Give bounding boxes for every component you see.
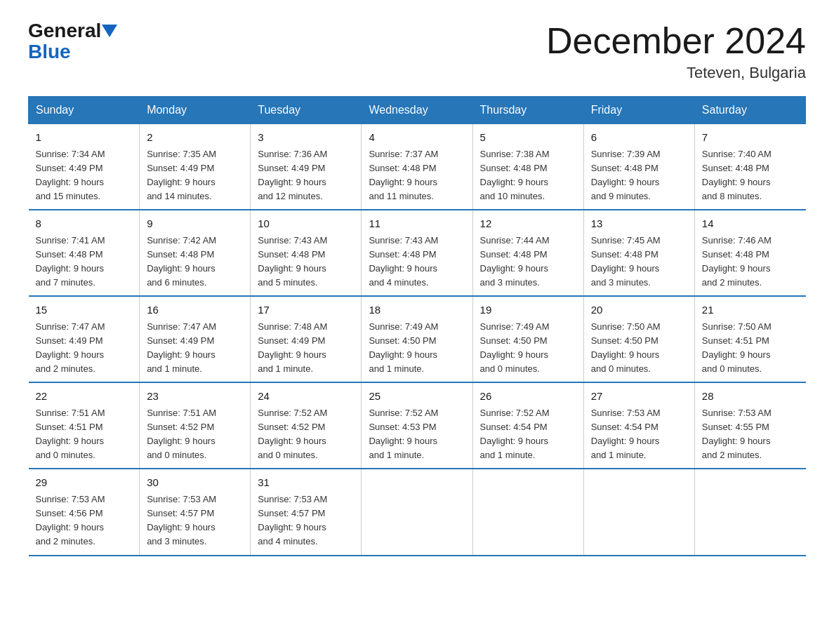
calendar-cell xyxy=(583,469,694,555)
calendar-cell: 26 Sunrise: 7:52 AMSunset: 4:54 PMDaylig… xyxy=(472,382,583,469)
day-info: Sunrise: 7:35 AMSunset: 4:49 PMDaylight:… xyxy=(147,147,243,204)
title-block: December 2024 Teteven, Bulgaria xyxy=(546,21,806,82)
calendar-cell: 20 Sunrise: 7:50 AMSunset: 4:50 PMDaylig… xyxy=(583,296,694,382)
calendar-cell: 27 Sunrise: 7:53 AMSunset: 4:54 PMDaylig… xyxy=(583,382,694,469)
calendar-cell: 9 Sunrise: 7:42 AMSunset: 4:48 PMDayligh… xyxy=(140,210,251,296)
day-info: Sunrise: 7:36 AMSunset: 4:49 PMDaylight:… xyxy=(258,147,354,204)
day-number: 16 xyxy=(147,302,243,318)
day-number: 23 xyxy=(147,389,243,405)
calendar-table: SundayMondayTuesdayWednesdayThursdayFrid… xyxy=(28,96,806,556)
day-number: 15 xyxy=(36,302,133,318)
page-header: General Blue December 2024 Teteven, Bulg… xyxy=(28,21,806,82)
calendar-cell: 11 Sunrise: 7:43 AMSunset: 4:48 PMDaylig… xyxy=(362,210,472,296)
weekday-header-wednesday: Wednesday xyxy=(362,97,472,124)
day-info: Sunrise: 7:43 AMSunset: 4:48 PMDaylight:… xyxy=(258,234,354,290)
weekday-header-sunday: Sunday xyxy=(29,97,140,124)
day-info: Sunrise: 7:45 AMSunset: 4:48 PMDaylight:… xyxy=(591,234,687,290)
calendar-cell: 28 Sunrise: 7:53 AMSunset: 4:55 PMDaylig… xyxy=(694,382,805,469)
day-number: 31 xyxy=(258,475,354,491)
day-number: 28 xyxy=(702,389,799,405)
day-number: 11 xyxy=(369,216,465,232)
logo-blue-text: Blue xyxy=(28,41,71,62)
calendar-cell: 4 Sunrise: 7:37 AMSunset: 4:48 PMDayligh… xyxy=(362,124,472,210)
calendar-cell: 21 Sunrise: 7:50 AMSunset: 4:51 PMDaylig… xyxy=(694,296,805,382)
location-subtitle: Teteven, Bulgaria xyxy=(546,64,806,82)
calendar-cell: 3 Sunrise: 7:36 AMSunset: 4:49 PMDayligh… xyxy=(251,124,362,210)
weekday-header-thursday: Thursday xyxy=(472,97,583,124)
day-number: 6 xyxy=(591,130,687,146)
day-number: 21 xyxy=(702,302,799,318)
logo: General Blue xyxy=(28,21,117,63)
day-number: 14 xyxy=(702,216,799,232)
day-info: Sunrise: 7:52 AMSunset: 4:54 PMDaylight:… xyxy=(480,406,576,463)
day-number: 20 xyxy=(591,302,687,318)
day-info: Sunrise: 7:43 AMSunset: 4:48 PMDaylight:… xyxy=(369,234,465,290)
calendar-cell: 8 Sunrise: 7:41 AMSunset: 4:48 PMDayligh… xyxy=(29,210,140,296)
day-info: Sunrise: 7:46 AMSunset: 4:48 PMDaylight:… xyxy=(702,234,799,290)
calendar-cell: 18 Sunrise: 7:49 AMSunset: 4:50 PMDaylig… xyxy=(362,296,472,382)
weekday-header-friday: Friday xyxy=(583,97,694,124)
month-title: December 2024 xyxy=(546,21,806,61)
day-number: 10 xyxy=(258,216,354,232)
calendar-cell: 1 Sunrise: 7:34 AMSunset: 4:49 PMDayligh… xyxy=(29,124,140,210)
calendar-cell: 6 Sunrise: 7:39 AMSunset: 4:48 PMDayligh… xyxy=(583,124,694,210)
day-info: Sunrise: 7:42 AMSunset: 4:48 PMDaylight:… xyxy=(147,234,243,290)
day-number: 12 xyxy=(480,216,576,232)
day-info: Sunrise: 7:51 AMSunset: 4:51 PMDaylight:… xyxy=(36,406,133,463)
day-info: Sunrise: 7:53 AMSunset: 4:55 PMDaylight:… xyxy=(702,406,799,463)
calendar-cell: 7 Sunrise: 7:40 AMSunset: 4:48 PMDayligh… xyxy=(694,124,805,210)
svg-marker-0 xyxy=(102,25,117,37)
day-number: 5 xyxy=(480,130,576,146)
calendar-week-row: 15 Sunrise: 7:47 AMSunset: 4:49 PMDaylig… xyxy=(29,296,806,382)
day-info: Sunrise: 7:44 AMSunset: 4:48 PMDaylight:… xyxy=(480,234,576,290)
day-number: 24 xyxy=(258,389,354,405)
day-number: 29 xyxy=(36,475,133,491)
calendar-cell: 24 Sunrise: 7:52 AMSunset: 4:52 PMDaylig… xyxy=(251,382,362,469)
day-number: 19 xyxy=(480,302,576,318)
day-info: Sunrise: 7:49 AMSunset: 4:50 PMDaylight:… xyxy=(369,320,465,377)
day-info: Sunrise: 7:50 AMSunset: 4:50 PMDaylight:… xyxy=(591,320,687,377)
weekday-header-monday: Monday xyxy=(140,97,251,124)
day-info: Sunrise: 7:52 AMSunset: 4:53 PMDaylight:… xyxy=(369,406,465,463)
calendar-cell: 25 Sunrise: 7:52 AMSunset: 4:53 PMDaylig… xyxy=(362,382,472,469)
day-info: Sunrise: 7:50 AMSunset: 4:51 PMDaylight:… xyxy=(702,320,799,377)
calendar-cell: 16 Sunrise: 7:47 AMSunset: 4:49 PMDaylig… xyxy=(140,296,251,382)
day-info: Sunrise: 7:52 AMSunset: 4:52 PMDaylight:… xyxy=(258,406,354,463)
day-info: Sunrise: 7:51 AMSunset: 4:52 PMDaylight:… xyxy=(147,406,243,463)
day-number: 22 xyxy=(36,389,133,405)
day-number: 26 xyxy=(480,389,576,405)
day-info: Sunrise: 7:39 AMSunset: 4:48 PMDaylight:… xyxy=(591,147,687,204)
calendar-week-row: 8 Sunrise: 7:41 AMSunset: 4:48 PMDayligh… xyxy=(29,210,806,296)
day-number: 4 xyxy=(369,130,465,146)
day-info: Sunrise: 7:47 AMSunset: 4:49 PMDaylight:… xyxy=(147,320,243,377)
logo-triangle-icon xyxy=(102,25,117,40)
calendar-cell xyxy=(472,469,583,555)
calendar-cell: 23 Sunrise: 7:51 AMSunset: 4:52 PMDaylig… xyxy=(140,382,251,469)
day-info: Sunrise: 7:49 AMSunset: 4:50 PMDaylight:… xyxy=(480,320,576,377)
day-info: Sunrise: 7:53 AMSunset: 4:57 PMDaylight:… xyxy=(147,492,243,549)
calendar-cell: 19 Sunrise: 7:49 AMSunset: 4:50 PMDaylig… xyxy=(472,296,583,382)
day-info: Sunrise: 7:34 AMSunset: 4:49 PMDaylight:… xyxy=(36,147,133,204)
calendar-cell: 5 Sunrise: 7:38 AMSunset: 4:48 PMDayligh… xyxy=(472,124,583,210)
calendar-week-row: 29 Sunrise: 7:53 AMSunset: 4:56 PMDaylig… xyxy=(29,469,806,555)
calendar-cell: 12 Sunrise: 7:44 AMSunset: 4:48 PMDaylig… xyxy=(472,210,583,296)
day-number: 30 xyxy=(147,475,243,491)
day-number: 13 xyxy=(591,216,687,232)
calendar-week-row: 1 Sunrise: 7:34 AMSunset: 4:49 PMDayligh… xyxy=(29,124,806,210)
day-number: 17 xyxy=(258,302,354,318)
day-number: 7 xyxy=(702,130,799,146)
day-number: 27 xyxy=(591,389,687,405)
day-info: Sunrise: 7:53 AMSunset: 4:57 PMDaylight:… xyxy=(258,492,354,549)
day-info: Sunrise: 7:38 AMSunset: 4:48 PMDaylight:… xyxy=(480,147,576,204)
day-info: Sunrise: 7:53 AMSunset: 4:54 PMDaylight:… xyxy=(591,406,687,463)
day-info: Sunrise: 7:37 AMSunset: 4:48 PMDaylight:… xyxy=(369,147,465,204)
weekday-header-tuesday: Tuesday xyxy=(251,97,362,124)
day-info: Sunrise: 7:48 AMSunset: 4:49 PMDaylight:… xyxy=(258,320,354,377)
calendar-cell: 29 Sunrise: 7:53 AMSunset: 4:56 PMDaylig… xyxy=(29,469,140,555)
day-number: 2 xyxy=(147,130,243,146)
calendar-cell xyxy=(694,469,805,555)
calendar-cell: 13 Sunrise: 7:45 AMSunset: 4:48 PMDaylig… xyxy=(583,210,694,296)
calendar-cell: 2 Sunrise: 7:35 AMSunset: 4:49 PMDayligh… xyxy=(140,124,251,210)
day-info: Sunrise: 7:40 AMSunset: 4:48 PMDaylight:… xyxy=(702,147,799,204)
day-info: Sunrise: 7:47 AMSunset: 4:49 PMDaylight:… xyxy=(36,320,133,377)
